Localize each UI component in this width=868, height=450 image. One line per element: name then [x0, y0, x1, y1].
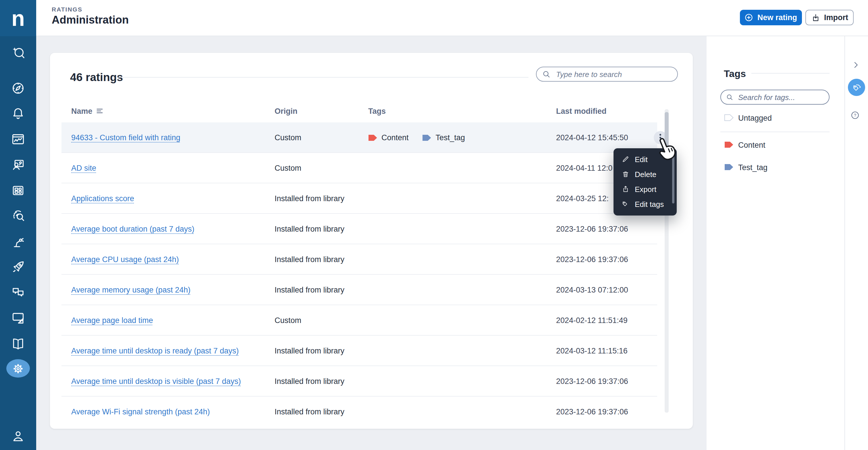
- context-menu-item-export[interactable]: Export: [614, 182, 677, 197]
- applications-grid-icon: [10, 182, 26, 198]
- tags-heading-divider: [751, 73, 830, 73]
- rating-name-cell: Average boot duration (past 7 days): [71, 214, 194, 244]
- engage-chat-icon: [10, 285, 26, 300]
- table-row: Average page load timeCustom2024-02-12 1…: [61, 305, 657, 336]
- tag-shape-icon: [423, 134, 432, 141]
- sidebar-item-ai-search[interactable]: [10, 45, 26, 61]
- column-header-origin[interactable]: Origin: [275, 107, 298, 116]
- tags-panel-item-label: Untagged: [738, 114, 772, 122]
- tag-shape-icon: [724, 114, 734, 121]
- tag-shape-icon: [724, 164, 734, 171]
- sidebar-item-library-book[interactable]: [10, 336, 26, 352]
- sidebar-item-design-window-ruler[interactable]: [10, 310, 26, 326]
- rating-name-link[interactable]: Applications score: [71, 194, 134, 203]
- sidebar-item-explore-compass[interactable]: [10, 80, 26, 96]
- search-input[interactable]: [555, 69, 677, 79]
- sidebar-item-launch-rocket[interactable]: [10, 259, 26, 275]
- import-button[interactable]: Import: [805, 10, 854, 25]
- tags-panel-item-untagged[interactable]: Untagged: [724, 112, 772, 124]
- monitoring-window-icon: [10, 131, 26, 147]
- rating-name-link[interactable]: Average memory usage (past 24h): [71, 286, 190, 294]
- column-header-last-modified[interactable]: Last modified: [556, 107, 607, 116]
- table-row: Average memory usage (past 24h)Installed…: [61, 275, 657, 305]
- rating-name-link[interactable]: AD site: [71, 164, 96, 172]
- tags-panel: Tags UntaggedContentTest_tag: [707, 36, 844, 450]
- ratings-count: 46 ratings: [70, 71, 123, 84]
- rating-name-link[interactable]: Average page load time: [71, 316, 153, 325]
- search-icon: [726, 93, 734, 101]
- plus-circle-icon: [745, 13, 753, 22]
- rating-tags-cell: ContentTest_tag: [368, 122, 474, 153]
- rating-name-cell: Applications score: [71, 183, 134, 214]
- new-rating-button[interactable]: New rating: [740, 10, 802, 25]
- sidebar-item-administration-gear[interactable]: [10, 361, 26, 376]
- table-row: Applications scoreInstalled from library…: [61, 183, 657, 214]
- launch-rocket-icon: [10, 259, 26, 275]
- sidebar-item-profile-person[interactable]: [10, 428, 26, 443]
- heading-divider: [117, 77, 528, 78]
- sidebar-item-monitoring-window[interactable]: [10, 131, 26, 147]
- rating-name-cell: Average page load time: [71, 305, 153, 336]
- context-menu-item-label: Delete: [635, 170, 656, 178]
- rating-name-link[interactable]: Average Wi-Fi signal strength (past 24h): [71, 408, 210, 416]
- trash-icon: [622, 170, 629, 178]
- rating-name-cell: AD site: [71, 153, 96, 183]
- context-menu-item-edit-tags[interactable]: Edit tags: [614, 197, 677, 211]
- brand-logo[interactable]: n: [0, 0, 36, 36]
- administration-gear-icon: [10, 361, 26, 376]
- sidebar-item-alerts-bell[interactable]: [10, 106, 26, 121]
- tags-panel-item-content[interactable]: Content: [724, 139, 766, 151]
- tag-chip-label: Content: [381, 133, 409, 142]
- tags-panel-toggle-button[interactable]: [848, 79, 865, 96]
- sidebar-item-diagnostics-fingerprint[interactable]: [10, 208, 26, 223]
- design-window-ruler-icon: [10, 310, 26, 326]
- table-row: Average time until desktop is ready (pas…: [61, 336, 657, 366]
- rating-modified-cell: 2024-03-25 12:: [556, 183, 609, 214]
- brand-logo-letter: n: [11, 7, 25, 29]
- sidebar-item-engage-chat[interactable]: [10, 285, 26, 300]
- context-menu-item-label: Edit: [635, 155, 648, 163]
- sidebar-item-training-screen[interactable]: [10, 157, 26, 172]
- table-row: Average Wi-Fi signal strength (past 24h)…: [61, 396, 657, 416]
- rating-origin-cell: Installed from library: [275, 214, 344, 244]
- table-row: 94633 - Custom field with ratingCustomCo…: [61, 122, 657, 153]
- rating-name-cell: Average time until desktop is visible (p…: [71, 366, 241, 396]
- explore-compass-icon: [10, 80, 26, 96]
- tags-panel-title: Tags: [724, 68, 746, 80]
- ratings-table-body: 94633 - Custom field with ratingCustomCo…: [50, 122, 669, 416]
- hand-pointer-cursor: [656, 137, 677, 164]
- breadcrumb: RATINGS: [52, 6, 83, 13]
- sort-icon: [96, 108, 103, 114]
- tag-shape-icon: [724, 141, 734, 148]
- context-menu-item-label: Export: [635, 185, 656, 193]
- rating-name-cell: Average CPU usage (past 24h): [71, 244, 179, 275]
- column-header-label: Name: [71, 107, 92, 116]
- rating-name-link[interactable]: Average boot duration (past 7 days): [71, 225, 194, 233]
- rating-name-link[interactable]: Average time until desktop is visible (p…: [71, 377, 241, 386]
- rating-modified-cell: 2024-03-12 11:15:16: [556, 336, 628, 366]
- rating-name-link[interactable]: 94633 - Custom field with rating: [71, 133, 180, 142]
- sidebar-item-applications-grid[interactable]: [10, 182, 26, 198]
- rating-modified-cell: 2023-12-06 19:37:06: [556, 396, 628, 416]
- tags-panel-item-test_tag[interactable]: Test_tag: [724, 161, 768, 173]
- tag-chip-label: Test_tag: [436, 133, 465, 142]
- automation-robot-arm-icon: [10, 234, 26, 249]
- right-icon-strip: [844, 36, 868, 450]
- collapse-panel-chevron-icon[interactable]: [852, 60, 860, 69]
- column-header-name[interactable]: Name: [71, 107, 103, 116]
- sidebar-item-automation-robot-arm[interactable]: [10, 234, 26, 249]
- rating-modified-cell: 2023-12-06 19:37:06: [556, 244, 628, 275]
- column-header-tags[interactable]: Tags: [368, 107, 386, 116]
- rating-name-link[interactable]: Average time until desktop is ready (pas…: [71, 347, 239, 355]
- rating-origin-cell: Installed from library: [275, 275, 344, 305]
- help-icon[interactable]: ?: [851, 111, 859, 120]
- rating-name-cell: 94633 - Custom field with rating: [71, 122, 180, 153]
- tag-chip: Test_tag: [423, 133, 465, 142]
- context-menu-item-delete[interactable]: Delete: [614, 167, 677, 182]
- rating-origin-cell: Installed from library: [275, 396, 344, 416]
- rating-origin-cell: Installed from library: [275, 183, 344, 214]
- tags-search-input[interactable]: [737, 92, 829, 102]
- rating-name-link[interactable]: Average CPU usage (past 24h): [71, 255, 179, 264]
- new-rating-label: New rating: [757, 13, 797, 22]
- app-window: n RATINGS Administration New rating Impo…: [0, 0, 868, 450]
